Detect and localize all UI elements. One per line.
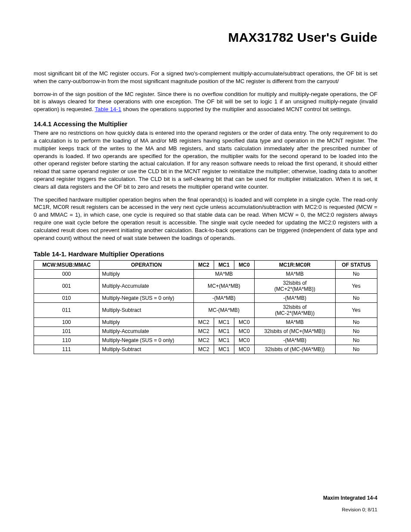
cell-bits: 010 <box>34 294 100 303</box>
cell-of-status: No <box>335 345 377 354</box>
cell-of-status: Yes <box>335 279 377 294</box>
cell-mc1r: MA*MB <box>254 318 335 327</box>
cell-bits: 011 <box>34 303 100 318</box>
table-row: 110Multiply-Negate (SUS = 0 only)MC2MC1M… <box>34 336 377 345</box>
cell-mc0: MC0 <box>234 336 254 345</box>
paragraph-2b: shows the operations supported by the mu… <box>121 106 352 112</box>
cell-bits: 110 <box>34 336 100 345</box>
table-row: 001Multiply-AccumulateMC+(MA*MB)32lsbits… <box>34 279 377 294</box>
col-header-mc0: MC0 <box>234 261 254 270</box>
cell-mc2: MC2 <box>193 345 214 354</box>
cell-mc1r: 32lsbits of (MC+(MA*MB)) <box>254 327 335 336</box>
table-row: 101Multiply-AccumulateMC2MC1MC032lsbits … <box>34 327 377 336</box>
table-14-1-link[interactable]: Table 14-1 <box>95 106 121 112</box>
cell-operation: Multiply-Accumulate <box>99 279 193 294</box>
cell-of-status: No <box>335 270 377 279</box>
cell-mc-span: -(MA*MB) <box>193 294 254 303</box>
col-header-mc1r: MC1R:MC0R <box>254 261 335 270</box>
col-header-bits: MCW:MSUB:MMAC <box>34 261 100 270</box>
paragraph-3: There are no restrictions on how quickly… <box>34 129 377 191</box>
table-header-row: MCW:MSUB:MMAC OPERATION MC2 MC1 MC0 MC1R… <box>34 261 377 270</box>
cell-of-status: No <box>335 327 377 336</box>
cell-mc1r: 32lsbits of (MC+2*(MA*MB)) <box>254 279 335 294</box>
cell-operation: Multiply-Negate (SUS = 0 only) <box>99 294 193 303</box>
table-title: Table 14-1. Hardware Multiplier Operatio… <box>34 250 377 258</box>
cell-mc1: MC1 <box>214 336 234 345</box>
col-header-op: OPERATION <box>99 261 193 270</box>
cell-mc2: MC2 <box>193 318 214 327</box>
cell-operation: Multiply-Subtract <box>99 345 193 354</box>
cell-mc2: MC2 <box>193 336 214 345</box>
cell-mc-span: MC+(MA*MB) <box>193 279 254 294</box>
cell-of-status: Yes <box>335 303 377 318</box>
col-header-mc1: MC1 <box>214 261 234 270</box>
cell-mc0: MC0 <box>234 318 254 327</box>
cell-mc-span: MC-(MA*MB) <box>193 303 254 318</box>
cell-of-status: No <box>335 294 377 303</box>
paragraph-4: The specified hardware multiplier operat… <box>34 196 377 242</box>
cell-mc1r: -(MA*MB) <box>254 294 335 303</box>
cell-of-status: No <box>335 336 377 345</box>
cell-mc2: MC2 <box>193 327 214 336</box>
section-heading: 14.4.1 Accessing the Multiplier <box>34 120 377 128</box>
cell-mc1r: MA*MB <box>254 270 335 279</box>
cell-mc1: MC1 <box>214 318 234 327</box>
cell-bits: 111 <box>34 345 100 354</box>
cell-mc-span: MA*MB <box>193 270 254 279</box>
cell-operation: Multiply-Negate (SUS = 0 only) <box>99 336 193 345</box>
table-row: 100MultiplyMC2MC1MC0MA*MBNo <box>34 318 377 327</box>
cell-mc1r: -(MA*MB) <box>254 336 335 345</box>
col-header-of: OF STATUS <box>335 261 377 270</box>
hardware-multiplier-operations-table: MCW:MSUB:MMAC OPERATION MC2 MC1 MC0 MC1R… <box>34 260 377 354</box>
page: MAX31782 User's Guide most significant b… <box>0 0 411 532</box>
cell-mc1r: 32lsbits of (MC-(MA*MB)) <box>254 345 335 354</box>
cell-bits: 100 <box>34 318 100 327</box>
cell-bits: 000 <box>34 270 100 279</box>
table-row: 000MultiplyMA*MBMA*MBNo <box>34 270 377 279</box>
page-footer: Maxim Integrated 14-4 Revision 0; 8/11 <box>323 495 377 512</box>
cell-operation: Multiply-Subtract <box>99 303 193 318</box>
table-row: 011Multiply-SubtractMC-(MA*MB)32lsbits o… <box>34 303 377 318</box>
footer-revision: Revision 0; 8/11 <box>323 507 377 512</box>
footer-page-number: Maxim Integrated 14-4 <box>323 495 377 501</box>
cell-mc1: MC1 <box>214 327 234 336</box>
cell-mc1: MC1 <box>214 345 234 354</box>
cell-bits: 101 <box>34 327 100 336</box>
document-title: MAX31782 User's Guide <box>34 30 377 45</box>
cell-bits: 001 <box>34 279 100 294</box>
col-header-mc2: MC2 <box>193 261 214 270</box>
cell-of-status: No <box>335 318 377 327</box>
table-row: 010Multiply-Negate (SUS = 0 only)-(MA*MB… <box>34 294 377 303</box>
table-row: 111Multiply-SubtractMC2MC1MC032lsbits of… <box>34 345 377 354</box>
cell-operation: Multiply <box>99 318 193 327</box>
cell-mc1r: 32lsbits of (MC-2*(MA*MB)) <box>254 303 335 318</box>
cell-mc0: MC0 <box>234 345 254 354</box>
cell-operation: Multiply <box>99 270 193 279</box>
cell-operation: Multiply-Accumulate <box>99 327 193 336</box>
paragraph-2: borrow-in of the sign position of the MC… <box>34 90 377 113</box>
cell-mc0: MC0 <box>234 327 254 336</box>
paragraph-1: most significant bit of the MC register … <box>34 70 377 85</box>
